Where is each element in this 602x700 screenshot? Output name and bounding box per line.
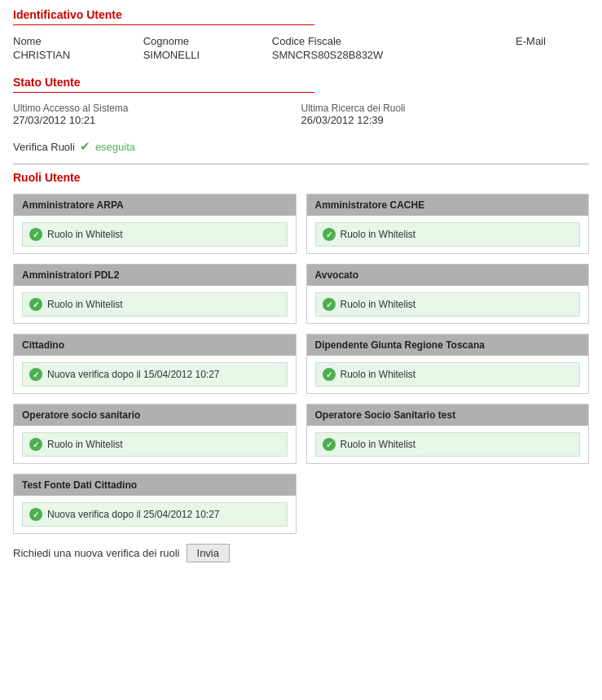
role-card-body: Ruolo in Whitelist <box>307 216 589 253</box>
role-card-body: Ruolo in Whitelist <box>14 426 296 463</box>
role-status-item: Ruolo in Whitelist <box>315 432 581 457</box>
green-circle-icon <box>29 368 42 381</box>
ultimo-accesso-value: 27/03/2012 10:21 <box>13 114 297 126</box>
role-card-header: Test Fonte Dati Cittadino <box>14 475 296 496</box>
val-codice-fiscale: SMNCRS80S28B832W <box>272 47 516 64</box>
role-card-header: Amministratore ARPA <box>14 195 296 216</box>
val-email <box>516 47 589 64</box>
identificativo-title: Identificativo Utente <box>13 8 314 25</box>
role-status-text: Ruolo in Whitelist <box>47 299 123 310</box>
role-status-text: Ruolo in Whitelist <box>47 439 123 450</box>
green-circle-icon <box>29 508 42 521</box>
role-card: CittadinoNuova verifica dopo il 15/04/20… <box>13 334 297 394</box>
role-card-header: Dipendente Giunta Regione Toscana <box>307 335 589 356</box>
role-status-item: Ruolo in Whitelist <box>22 222 288 247</box>
role-card: Test Fonte Dati CittadinoNuova verifica … <box>13 474 297 534</box>
identificativo-section: Identificativo Utente Nome Cognome Codic… <box>13 8 589 64</box>
role-card-body: Ruolo in Whitelist <box>307 286 589 323</box>
green-circle-icon <box>323 298 336 311</box>
check-icon: ✔ <box>80 139 90 154</box>
ultima-ricerca-value: 26/03/2012 12:39 <box>301 114 585 126</box>
role-card-body: Ruolo in Whitelist <box>307 426 589 463</box>
role-card: Amministratore CACHERuolo in Whitelist <box>306 194 590 254</box>
role-status-item: Ruolo in Whitelist <box>315 222 581 247</box>
role-status-text: Ruolo in Whitelist <box>341 439 416 450</box>
col-cognome: Cognome <box>143 33 272 47</box>
val-nome: CHRISTIAN <box>13 47 143 64</box>
role-card-body: Ruolo in Whitelist <box>14 216 296 253</box>
role-card: Amministratore ARPARuolo in Whitelist <box>13 194 297 254</box>
green-circle-icon <box>323 438 336 451</box>
stato-table: Ultimo Accesso al Sistema 27/03/2012 10:… <box>13 101 589 128</box>
role-card-header: Amministratori PDL2 <box>14 265 296 286</box>
invia-button[interactable]: Invia <box>187 544 230 562</box>
role-status-text: Ruolo in Whitelist <box>341 299 416 310</box>
role-card-body: Nuova verifica dopo il 25/04/2012 10:27 <box>14 496 296 533</box>
role-status-text: Ruolo in Whitelist <box>341 229 416 240</box>
bottom-action: Richiedi una nuova verifica dei ruoli In… <box>13 544 589 562</box>
role-card-body: Ruolo in Whitelist <box>307 356 589 393</box>
role-card-header: Cittadino <box>14 335 296 356</box>
role-card: Amministratori PDL2Ruolo in Whitelist <box>13 264 297 324</box>
green-circle-icon <box>29 438 42 451</box>
val-cognome: SIMONELLI <box>143 47 272 64</box>
verifica-label: Verifica Ruoli <box>13 141 75 153</box>
stato-section: Stato Utente Ultimo Accesso al Sistema 2… <box>13 76 589 128</box>
green-circle-icon <box>29 228 42 241</box>
role-card-body: Nuova verifica dopo il 15/04/2012 10:27 <box>14 356 296 393</box>
role-card-header: Avvocato <box>307 265 589 286</box>
nuova-verifica-label: Richiedi una nuova verifica dei ruoli <box>13 547 180 559</box>
role-status-text: Nuova verifica dopo il 25/04/2012 10:27 <box>47 509 219 520</box>
role-card-body: Ruolo in Whitelist <box>14 286 296 323</box>
role-card: Operatore socio sanitarioRuolo in Whitel… <box>13 404 297 464</box>
role-card: Operatore Socio Sanitario testRuolo in W… <box>306 404 590 464</box>
user-info-table: Nome Cognome Codice Fiscale E-Mail CHRIS… <box>13 33 589 64</box>
col-email: E-Mail <box>516 33 589 47</box>
role-card-header: Amministratore CACHE <box>307 195 589 216</box>
role-status-item: Nuova verifica dopo il 15/04/2012 10:27 <box>22 362 288 387</box>
ruoli-section: Ruoli Utente Amministratore ARPARuolo in… <box>13 164 589 562</box>
ruoli-title: Ruoli Utente <box>13 171 589 184</box>
green-circle-icon <box>29 298 42 311</box>
role-status-text: Ruolo in Whitelist <box>341 369 416 380</box>
verifica-row: Verifica Ruoli ✔ eseguita <box>13 139 589 154</box>
stato-title: Stato Utente <box>13 76 314 93</box>
role-card: Dipendente Giunta Regione ToscanaRuolo i… <box>306 334 590 394</box>
eseguita-link[interactable]: eseguita <box>95 141 135 153</box>
role-status-text: Ruolo in Whitelist <box>47 229 123 240</box>
role-status-text: Nuova verifica dopo il 15/04/2012 10:27 <box>47 369 219 380</box>
green-circle-icon <box>323 368 336 381</box>
col-codice-fiscale: Codice Fiscale <box>272 33 516 47</box>
role-card-header: Operatore socio sanitario <box>14 405 296 426</box>
ultimo-accesso-label: Ultimo Accesso al Sistema <box>13 103 297 114</box>
role-status-item: Ruolo in Whitelist <box>22 432 288 457</box>
role-card-header: Operatore Socio Sanitario test <box>307 405 589 426</box>
role-card: AvvocatoRuolo in Whitelist <box>306 264 590 324</box>
role-status-item: Ruolo in Whitelist <box>315 362 581 387</box>
ultima-ricerca-label: Ultima Ricerca dei Ruoli <box>301 103 585 114</box>
role-status-item: Ruolo in Whitelist <box>22 292 288 317</box>
col-nome: Nome <box>13 33 143 47</box>
role-status-item: Nuova verifica dopo il 25/04/2012 10:27 <box>22 502 288 527</box>
role-status-item: Ruolo in Whitelist <box>315 292 581 317</box>
roles-grid: Amministratore ARPARuolo in WhitelistAmm… <box>13 194 589 534</box>
green-circle-icon <box>323 228 336 241</box>
